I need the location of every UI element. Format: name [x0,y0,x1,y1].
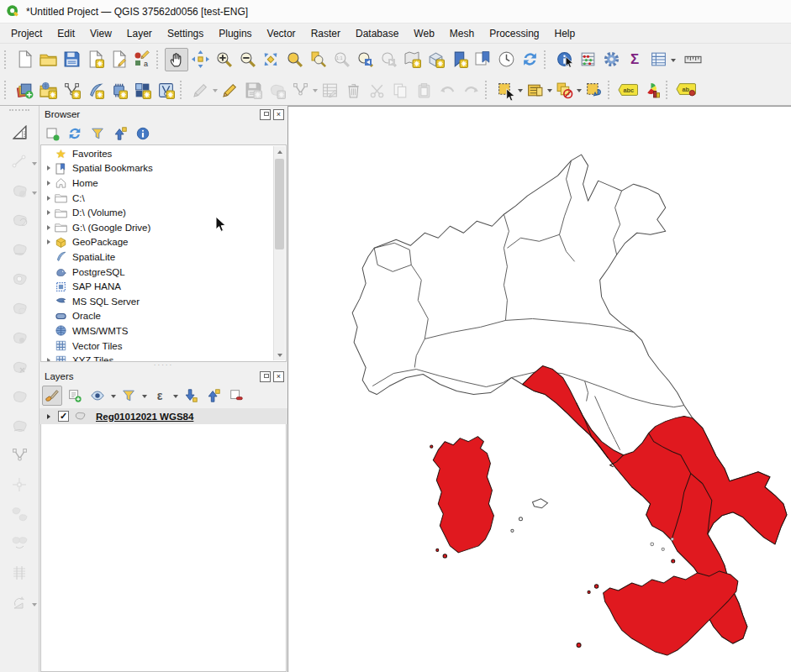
toolbar-handle[interactable] [180,81,186,99]
menu-help[interactable]: Help [547,25,583,42]
merge-features-button[interactable] [6,501,33,527]
menu-vector[interactable]: Vector [260,25,303,42]
expander-icon[interactable] [43,239,54,244]
temporal-controller-button[interactable] [494,48,518,71]
browser-item-c-drive[interactable]: C:\ [43,191,272,206]
zoom-native-resolution-button[interactable]: 1:1 [330,48,353,71]
fill-ring-button[interactable] [6,325,33,350]
processing-toolbox-button[interactable] [599,48,623,71]
toolbar-handle[interactable] [544,50,550,69]
deselect-features-button[interactable] [552,78,576,102]
delete-selected-button[interactable] [341,78,365,102]
open-project-button[interactable] [36,48,60,71]
vertex-tool-button[interactable] [288,78,312,102]
zoom-in-button[interactable] [212,48,235,71]
pan-map-button[interactable] [165,48,188,71]
show-spatial-bookmarks-button[interactable] [471,48,494,71]
scroll-up-arrow[interactable] [274,146,285,158]
browser-close-button[interactable]: × [273,109,284,120]
browser-item-g-drive[interactable]: G:\ (Google Drive) [43,220,272,235]
new-virtual-layer-button[interactable] [130,78,154,102]
zoom-next-button[interactable] [377,48,400,71]
zoom-out-button[interactable] [235,48,259,71]
browser-item-spatial-bookmarks[interactable]: Spatial Bookmarks [43,161,272,176]
advanced-digitizing-tools-button[interactable] [6,119,33,144]
scrollbar-thumb[interactable] [275,159,284,249]
expander-icon[interactable] [43,196,54,201]
filter-legend-dropdown[interactable] [142,395,147,401]
move-feature-dropdown[interactable] [32,192,37,197]
menu-layer[interactable]: Layer [119,25,160,42]
simplify-feature-button[interactable] [6,237,33,262]
move-feature-button[interactable] [6,178,33,203]
measure-line-button[interactable] [681,48,704,71]
browser-scrollbar[interactable] [273,146,285,360]
browser-item-oracle[interactable]: Oracle [43,309,272,324]
collapse-all-button[interactable] [203,386,224,406]
browser-properties-button[interactable] [133,123,153,144]
browser-item-favorites[interactable]: ★Favorites [43,146,272,161]
cad-dropdown[interactable] [32,162,37,168]
zoom-full-extent-button[interactable] [259,48,282,71]
layer-labeling-options-button[interactable]: abc [616,78,640,102]
browser-item-sap-hana[interactable]: SAP HANA [43,279,272,294]
toolbar-handle[interactable] [608,81,614,99]
layer-diagram-options-button[interactable] [640,78,663,102]
vertex-editor-button[interactable] [6,531,33,556]
map-canvas[interactable] [288,106,791,672]
filter-browser-button[interactable] [87,123,108,144]
menu-view[interactable]: View [82,25,119,42]
refresh-map-button[interactable] [518,48,541,71]
align-features-button[interactable] [6,560,33,585]
new-mesh-layer-button[interactable] [154,78,177,102]
open-data-source-manager-button[interactable] [13,78,36,102]
reshape-features-button[interactable] [6,413,33,438]
new-print-layout-button[interactable] [83,48,107,71]
filter-by-expression-button[interactable]: ε [150,386,170,406]
menu-processing[interactable]: Processing [482,25,546,42]
run-feature-action-button[interactable] [576,48,599,71]
menu-raster[interactable]: Raster [303,25,348,42]
menu-web[interactable]: Web [406,25,441,42]
select-features-by-value-button[interactable] [523,78,546,102]
new-3d-map-view-button[interactable] [424,48,447,71]
layer-expander-icon[interactable] [43,414,54,419]
pan-to-selection-button[interactable] [188,48,212,71]
rotate-symbols-dropdown[interactable] [32,603,37,609]
filter-expression-dropdown[interactable] [173,395,178,401]
map-themes-dropdown[interactable] [111,395,116,401]
new-shapefile-layer-button[interactable] [60,78,83,102]
zoom-to-layer-button[interactable] [306,48,330,71]
redo-button[interactable] [459,78,483,102]
statistical-summary-button[interactable]: Σ [623,48,646,71]
new-project-button[interactable] [13,48,36,71]
manage-map-themes-button[interactable] [87,386,108,406]
browser-item-postgresql[interactable]: PostgreSQL [43,265,272,280]
select-by-location-button[interactable] [582,78,605,102]
new-spatial-bookmark-button[interactable] [447,48,471,71]
new-map-view-button[interactable] [400,48,424,71]
add-selected-layers-button[interactable] [42,123,62,144]
split-features-button[interactable] [6,472,33,497]
add-part-button[interactable] [6,296,33,321]
toolbar-handle[interactable] [4,81,10,99]
toolbar-handle[interactable] [4,50,10,69]
select-features-button[interactable] [493,78,517,102]
browser-collapse-all-button[interactable] [110,123,130,144]
layer-visibility-checkbox[interactable]: ✓ [58,411,69,422]
show-layout-manager-button[interactable] [107,48,130,71]
menu-project[interactable]: Project [3,25,50,42]
expander-icon[interactable] [43,225,54,230]
browser-item-wms[interactable]: WMS/WMTS [43,323,272,339]
toolbar-handle[interactable] [9,109,29,116]
attribute-table-dropdown[interactable] [671,59,676,65]
browser-item-home[interactable]: Home [43,176,272,191]
layer-name[interactable]: Reg01012021 WGS84 [96,412,193,422]
browser-item-geopackage[interactable]: GeoPackage [43,235,272,250]
layers-float-button[interactable] [260,371,271,382]
browser-float-button[interactable] [260,109,271,120]
save-project-button[interactable] [60,48,83,71]
remove-layer-button[interactable] [226,386,246,406]
add-ring-button[interactable] [6,266,33,291]
cad-construction-button[interactable] [6,149,33,174]
